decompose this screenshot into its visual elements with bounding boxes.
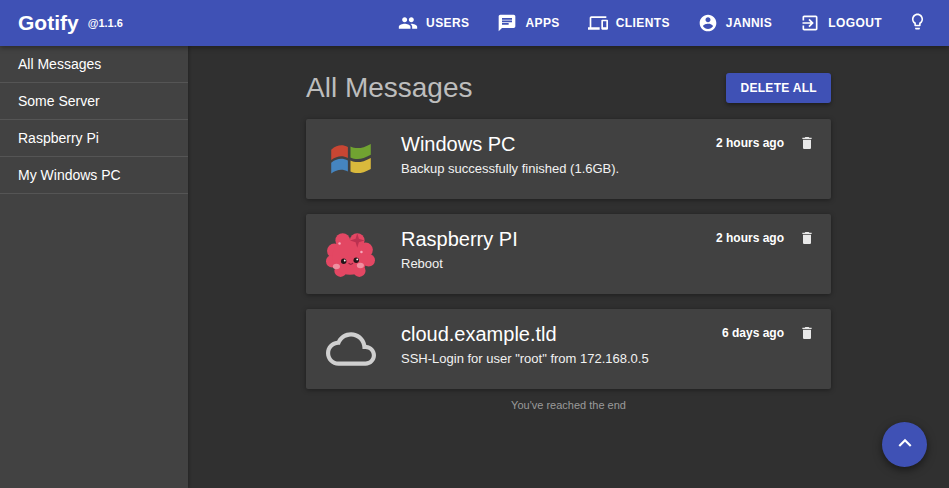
logout-icon <box>800 13 820 33</box>
message-timestamp: 2 hours ago <box>716 229 784 247</box>
nav-users-button[interactable]: USERS <box>386 5 481 41</box>
message-timestamp: 6 days ago <box>722 324 784 342</box>
message-body: Reboot <box>401 256 716 271</box>
nav-clients-label: CLIENTS <box>616 16 670 30</box>
theme-toggle-button[interactable] <box>902 4 933 42</box>
app-title: Gotify <box>18 11 79 35</box>
devices-icon <box>588 13 608 33</box>
nav-users-label: USERS <box>426 16 469 30</box>
message-body: Backup successfully finished (1.6GB). <box>401 161 716 176</box>
navbar-menu: USERS APPS CLIENTS JANNIS LOGOUT <box>382 4 933 42</box>
end-of-list-text: You've reached the end <box>306 399 831 411</box>
delete-message-button[interactable] <box>799 134 815 152</box>
trash-icon <box>799 235 815 250</box>
users-icon <box>398 13 418 33</box>
account-circle-icon <box>698 13 718 33</box>
sidebar-item-some-server[interactable]: Some Server <box>0 83 188 120</box>
message-title: Raspberry PI <box>401 227 716 252</box>
nav-clients-button[interactable]: CLIENTS <box>576 5 682 41</box>
nav-user-account-button[interactable]: JANNIS <box>686 5 784 41</box>
trash-icon <box>799 140 815 155</box>
main-content: All Messages DELETE ALL Windows PC Backu… <box>188 46 949 488</box>
chat-icon <box>497 13 517 33</box>
delete-all-button[interactable]: DELETE ALL <box>726 73 831 103</box>
nav-apps-label: APPS <box>525 16 559 30</box>
raspberry-logo-icon <box>326 229 376 279</box>
lightbulb-icon <box>908 19 927 34</box>
windows-logo-icon <box>326 134 376 184</box>
sidebar-item-raspberry-pi[interactable]: Raspberry Pi <box>0 120 188 157</box>
message-timestamp: 2 hours ago <box>716 134 784 152</box>
trash-icon <box>799 330 815 345</box>
message-body: SSH-Login for user "root" from 172.168.0… <box>401 351 722 366</box>
message-title: Windows PC <box>401 132 716 157</box>
chevron-up-icon <box>892 430 918 459</box>
scroll-to-top-button[interactable] <box>882 422 927 467</box>
message-card-cloud: cloud.example.tld SSH-Login for user "ro… <box>306 309 831 389</box>
message-card-raspberry-pi: Raspberry PI Reboot 2 hours ago <box>306 214 831 294</box>
nav-user-label: JANNIS <box>726 16 772 30</box>
message-card-windows-pc: Windows PC Backup successfully finished … <box>306 119 831 199</box>
nav-apps-button[interactable]: APPS <box>485 5 571 41</box>
message-title: cloud.example.tld <box>401 322 722 347</box>
app-version: @1.1.6 <box>88 17 123 29</box>
sidebar: All Messages Some Server Raspberry Pi My… <box>0 46 188 488</box>
nav-logout-label: LOGOUT <box>828 16 882 30</box>
sidebar-item-my-windows-pc[interactable]: My Windows PC <box>0 157 188 194</box>
sidebar-item-all-messages[interactable]: All Messages <box>0 46 188 83</box>
cloud-icon <box>326 324 376 374</box>
delete-message-button[interactable] <box>799 324 815 342</box>
delete-message-button[interactable] <box>799 229 815 247</box>
page-title: All Messages <box>306 72 473 104</box>
nav-logout-button[interactable]: LOGOUT <box>788 5 894 41</box>
top-navbar: Gotify @1.1.6 USERS APPS CLIENTS JANNIS <box>0 0 949 46</box>
page-header: All Messages DELETE ALL <box>306 72 831 104</box>
